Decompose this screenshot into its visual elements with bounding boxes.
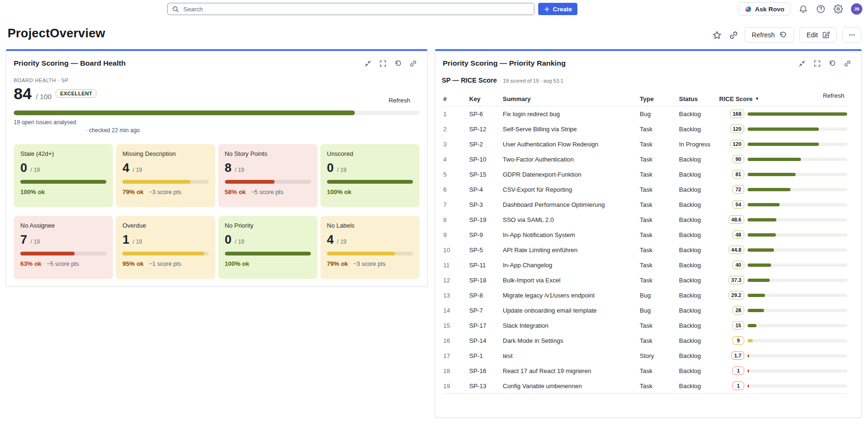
- settings-button[interactable]: [834, 4, 843, 14]
- edit-button[interactable]: Edit: [799, 27, 837, 42]
- board-health-refresh-link[interactable]: Refresh: [386, 96, 413, 104]
- ranking-row[interactable]: 3 SP-2 User Authentication Flow Redesign…: [443, 136, 847, 152]
- ranking-type: Bug: [640, 292, 679, 299]
- ranking-key: SP-8: [469, 292, 503, 299]
- ranking-row[interactable]: 15 SP-17 Slack Integration Task Backlog …: [443, 318, 847, 333]
- board-health-title: Priority Scoring — Board Health: [14, 59, 126, 68]
- ranking-row[interactable]: 13 SP-8 Migrate legacy /v1/users endpoin…: [443, 288, 847, 303]
- health-card-label: Stale (42d+): [20, 150, 106, 157]
- refresh-undo-icon: [829, 60, 836, 67]
- more-actions-button[interactable]: [842, 27, 861, 42]
- ranking-row[interactable]: 11 SP-11 In-App Changelog Task Backlog 4…: [443, 257, 847, 272]
- bell-icon: [799, 4, 808, 14]
- ranking-refresh-link[interactable]: Refresh: [820, 92, 847, 100]
- col-header-rank[interactable]: #: [443, 95, 469, 102]
- ranking-status: Backlog: [679, 201, 719, 208]
- reset-button[interactable]: [829, 60, 836, 67]
- reset-button[interactable]: [395, 60, 402, 67]
- ask-rovo-button[interactable]: Ask Rovo: [739, 2, 791, 16]
- help-button[interactable]: [816, 4, 825, 14]
- ranking-table-header: # Key Summary Type Status RICE Score ▼: [443, 92, 847, 106]
- refresh-button[interactable]: Refresh: [745, 27, 794, 42]
- ranking-row[interactable]: 8 SP-19 SSO via SAML 2.0 Task Backlog 48…: [443, 212, 847, 227]
- ranking-status: In Progress: [679, 141, 719, 148]
- ranking-row[interactable]: 9 SP-9 In-App Notification System Task B…: [443, 227, 847, 242]
- ranking-row[interactable]: 5 SP-15 GDPR Datenexport-Funktion Task B…: [443, 167, 847, 182]
- board-health-panel: Priority Scoring — Board Health Refresh …: [6, 49, 428, 287]
- ranking-key: SP-13: [469, 382, 503, 390]
- col-header-key[interactable]: Key: [469, 95, 503, 102]
- health-card-bar: [327, 180, 413, 184]
- ranking-type: Bug: [640, 110, 679, 118]
- ranking-status: Backlog: [679, 171, 719, 178]
- rice-score-bar: [748, 309, 847, 312]
- ranking-type: Task: [640, 156, 679, 163]
- create-button[interactable]: Create: [538, 3, 577, 15]
- ranking-row[interactable]: 6 SP-4 CSV-Export für Reporting Task Bac…: [443, 182, 847, 197]
- ranking-panel-controls: [799, 60, 851, 67]
- ranking-row[interactable]: 1 SP-6 Fix login redirect bug Bug Backlo…: [443, 106, 847, 121]
- rice-score-bar: [748, 294, 847, 297]
- ranking-row[interactable]: 18 SP-16 React 17 auf React 19 migrieren…: [443, 363, 847, 378]
- help-icon: [816, 4, 825, 14]
- copy-link-button[interactable]: [728, 30, 739, 41]
- health-card-label: Overdue: [122, 222, 208, 229]
- ranking-row[interactable]: 12 SP-18 Bulk-Import via Excel Task Back…: [443, 272, 847, 288]
- ranking-row[interactable]: 4 SP-10 Two-Factor Authentication Task B…: [443, 152, 847, 167]
- ranking-row[interactable]: 2 SP-12 Self-Serve Billing via Stripe Ta…: [443, 121, 847, 136]
- expand-button[interactable]: [379, 60, 387, 67]
- rice-score-bar: [748, 112, 847, 116]
- collapse-button[interactable]: [799, 60, 806, 67]
- rice-score-badge: 29.2: [729, 291, 744, 299]
- panel-link-button[interactable]: [844, 60, 851, 67]
- rice-score-bar-fill: [748, 264, 771, 267]
- health-card-label: Missing Description: [122, 150, 208, 157]
- health-card-total: / 19: [235, 167, 244, 173]
- ranking-row[interactable]: 17 SP-1 test Story Backlog 1.7: [443, 348, 847, 363]
- notifications-button[interactable]: [799, 4, 808, 14]
- favorite-button[interactable]: [712, 30, 722, 41]
- ranking-row[interactable]: 19 SP-13 Config Variable umbenennen Task…: [443, 378, 847, 393]
- topbar: Create Ask Rovo JB: [0, 0, 868, 18]
- rice-score-badge: 48.6: [729, 215, 744, 224]
- ranking-summary: SSO via SAML 2.0: [503, 216, 640, 223]
- ranking-row[interactable]: 10 SP-5 API Rate Limiting einführen Task…: [443, 242, 847, 257]
- health-card-total: / 19: [133, 238, 142, 245]
- ranking-rank: 8: [443, 216, 469, 223]
- health-card-value: 7: [20, 233, 27, 246]
- ranking-rank: 2: [443, 126, 469, 133]
- rice-score-bar: [748, 173, 847, 176]
- search-field[interactable]: [182, 5, 530, 13]
- health-cards: Stale (42d+) 0 / 19 100% ok Missing Desc…: [14, 144, 420, 279]
- col-header-status[interactable]: Status: [679, 95, 719, 102]
- ranking-row[interactable]: 14 SP-7 Update onboarding email template…: [443, 303, 847, 318]
- ranking-rank: 15: [443, 322, 469, 329]
- board-health-score-row: 84 / 100 EXCELLENT: [14, 85, 420, 102]
- col-header-type[interactable]: Type: [640, 95, 679, 102]
- rice-score-badge: 44.8: [729, 246, 744, 254]
- expand-icon: [379, 60, 387, 67]
- refresh-label: Refresh: [752, 31, 775, 39]
- ranking-row[interactable]: 7 SP-3 Dashboard Performance Optimierung…: [443, 197, 847, 212]
- collapse-icon: [364, 60, 371, 67]
- col-header-summary[interactable]: Summary: [503, 95, 640, 102]
- rovo-pinwheel-icon: [745, 6, 752, 13]
- health-card-bar: [20, 180, 106, 184]
- collapse-icon: [799, 60, 806, 67]
- ranking-status: Backlog: [679, 262, 719, 269]
- panel-link-button[interactable]: [410, 60, 417, 67]
- ranking-summary: In-App Notification System: [503, 231, 640, 238]
- expand-button[interactable]: [814, 60, 821, 67]
- ranking-key: SP-9: [469, 231, 503, 238]
- avatar[interactable]: JB: [851, 3, 862, 15]
- ranking-key: SP-14: [469, 337, 503, 344]
- ranking-type: Task: [640, 141, 679, 148]
- collapse-button[interactable]: [364, 60, 371, 67]
- edit-icon: [822, 31, 830, 39]
- search-input[interactable]: [167, 3, 534, 15]
- ranking-row[interactable]: 16 SP-14 Dark Mode in Settings Task Back…: [443, 333, 847, 348]
- health-card-ok-pct: 63% ok: [20, 260, 42, 267]
- expand-icon: [814, 60, 821, 67]
- health-card-score-delta: −3 score pts: [149, 189, 181, 196]
- ask-rovo-label: Ask Rovo: [755, 6, 784, 13]
